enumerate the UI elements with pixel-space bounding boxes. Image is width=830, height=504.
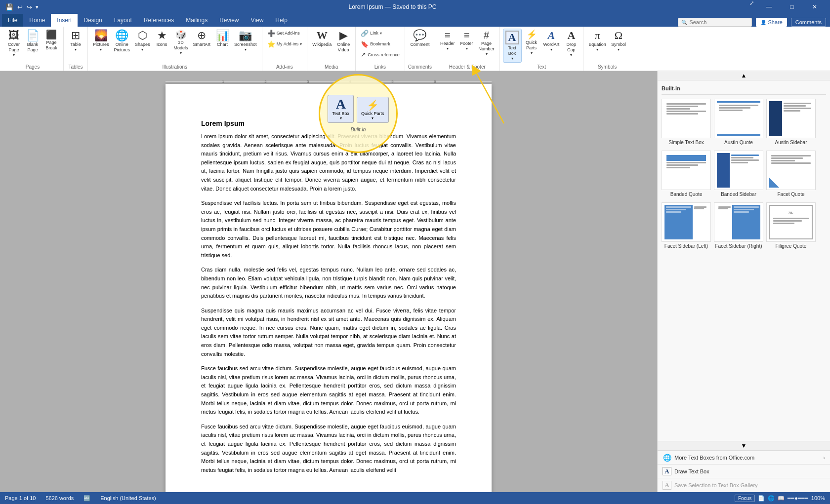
quick-parts-label: QuickParts bbox=[526, 40, 537, 51]
online-video-label: OnlineVideo bbox=[337, 42, 350, 53]
maximize-button[interactable]: □ bbox=[781, 0, 803, 14]
pictures-button[interactable]: 🌄 Pictures ▾ bbox=[91, 29, 111, 53]
undo-icon[interactable]: ↩ bbox=[16, 3, 24, 11]
page-number-button[interactable]: # PageNumber ▾ bbox=[477, 29, 497, 58]
facet-sidebar-left-item[interactable]: Facet Sidebar (Left) bbox=[662, 202, 711, 249]
minimize-button[interactable]: — bbox=[758, 0, 781, 14]
banded-sidebar-item[interactable]: Banded Sidebar bbox=[714, 151, 763, 197]
wordart-icon: A bbox=[548, 30, 555, 41]
links-buttons: 🔗 Link ▾ 🔖 Bookmark ↗ Cross-reference bbox=[359, 29, 402, 63]
tab-layout[interactable]: Layout bbox=[108, 14, 138, 27]
filigree-quote-thumb: ❧ bbox=[766, 202, 816, 242]
close-button[interactable]: ✕ bbox=[803, 0, 826, 14]
text-box-zoom-arrow: ▾ bbox=[340, 116, 342, 120]
customize-icon[interactable]: ▾ bbox=[35, 4, 40, 10]
cover-page-button[interactable]: 🖼 CoverPage ▾ bbox=[5, 29, 23, 59]
print-layout-icon[interactable]: 📄 bbox=[758, 495, 765, 502]
tables-group-label: Tables bbox=[69, 63, 83, 70]
zoom-highlight-circle: A Text Box ▾ ⚡ Quick Parts ▾ Built-in bbox=[319, 74, 398, 153]
drop-cap-label: DropCap bbox=[567, 42, 577, 53]
simple-text-box-thumb bbox=[662, 99, 711, 138]
equation-button[interactable]: π Equation ▾ bbox=[586, 29, 608, 53]
equation-arrow: ▾ bbox=[596, 47, 598, 52]
wordart-arrow: ▾ bbox=[550, 47, 552, 52]
addins-buttons: ➕ Get Add-ins ⭐ My Add-ins ▾ bbox=[265, 29, 304, 63]
tab-design[interactable]: Design bbox=[78, 14, 108, 27]
austin-quote-item[interactable]: Austin Quote bbox=[714, 99, 763, 146]
tab-mailings[interactable]: Mailings bbox=[180, 14, 213, 27]
zoom-slider[interactable]: ━━●━━━ bbox=[788, 495, 808, 502]
tab-file[interactable]: File bbox=[2, 14, 23, 27]
document-paragraph-2: Suspendisse vel facilisis lectus. In por… bbox=[201, 199, 456, 260]
more-text-boxes-item[interactable]: 🌐 More Text Boxes from Office.com › bbox=[658, 451, 830, 464]
comments-button[interactable]: Comments bbox=[791, 18, 826, 27]
get-add-ins-button[interactable]: ➕ Get Add-ins bbox=[265, 29, 302, 39]
symbol-button[interactable]: Ω Symbol ▾ bbox=[609, 29, 628, 53]
tab-view[interactable]: View bbox=[245, 14, 270, 27]
quick-parts-button[interactable]: ⚡ QuickParts ▾ bbox=[523, 29, 540, 57]
blank-page-button[interactable]: 📄 BlankPage bbox=[24, 29, 42, 54]
facet-quote-item[interactable]: Facet Quote bbox=[766, 151, 816, 197]
document-paragraph-3: Cras diam nulla, molestie sed felis vel,… bbox=[201, 266, 456, 300]
save-icon[interactable]: 💾 bbox=[4, 3, 15, 11]
online-video-button[interactable]: ▶ OnlineVideo bbox=[334, 29, 352, 54]
my-add-ins-label: My Add-ins bbox=[277, 41, 299, 47]
tables-buttons: ⊞ Table ▾ bbox=[67, 29, 84, 63]
shapes-button[interactable]: ⬡ Shapes ▾ bbox=[133, 29, 152, 53]
wikipedia-button[interactable]: W Wikipedia bbox=[310, 29, 333, 49]
ribbon-display-icon[interactable]: ⤢ bbox=[746, 0, 758, 14]
table-button[interactable]: ⊞ Table ▾ bbox=[67, 29, 84, 53]
facet-sidebar-right-label: Facet Sidebar (Right) bbox=[715, 243, 762, 249]
banded-quote-item[interactable]: Banded Quote bbox=[662, 151, 711, 197]
chart-button[interactable]: 📊 Chart bbox=[213, 29, 231, 49]
text-box-zoom-button[interactable]: A Text Box ▾ bbox=[328, 95, 354, 123]
footer-button[interactable]: ≡ Footer ▾ bbox=[458, 29, 476, 52]
read-mode-icon[interactable]: 📖 bbox=[778, 495, 785, 502]
my-add-ins-button[interactable]: ⭐ My Add-ins ▾ bbox=[265, 39, 304, 49]
text-box-icon: A bbox=[505, 31, 519, 44]
icons-button[interactable]: ★ Icons bbox=[153, 29, 171, 49]
drop-cap-button[interactable]: A DropCap ▾ bbox=[562, 29, 580, 59]
smartart-button[interactable]: ⊕ SmartArt bbox=[191, 29, 213, 49]
facet-sidebar-right-item[interactable]: Facet Sidebar (Right) bbox=[714, 202, 763, 249]
austin-sidebar-item[interactable]: Austin Sidebar bbox=[766, 99, 816, 146]
pictures-label: Pictures bbox=[93, 42, 109, 47]
3d-models-button[interactable]: 🎲 3DModels ▾ bbox=[172, 29, 190, 57]
page-break-button[interactable]: ⬛ PageBreak bbox=[42, 29, 60, 52]
austin-quote-label: Austin Quote bbox=[724, 140, 753, 146]
redo-icon[interactable]: ↪ bbox=[25, 3, 34, 11]
focus-button[interactable]: Focus bbox=[735, 495, 755, 502]
link-button[interactable]: 🔗 Link ▾ bbox=[359, 29, 384, 39]
wordart-button[interactable]: A WordArt ▾ bbox=[541, 29, 562, 53]
tab-home[interactable]: Home bbox=[23, 14, 51, 27]
panel-scroll-up[interactable]: ▲ bbox=[658, 71, 830, 80]
pages-group-label: Pages bbox=[26, 63, 40, 70]
web-layout-icon[interactable]: 🌐 bbox=[768, 495, 775, 502]
screenshot-button[interactable]: 📷 Screenshot ▾ bbox=[232, 29, 259, 53]
draw-text-box-item[interactable]: A Draw Text Box bbox=[658, 464, 830, 478]
panel-scroll-down[interactable]: ▼ bbox=[658, 441, 830, 451]
search-input[interactable] bbox=[689, 19, 748, 25]
online-pictures-button[interactable]: 🌐 OnlinePictures bbox=[112, 29, 132, 54]
quick-parts-zoom-button[interactable]: ⚡ Quick Parts ▾ bbox=[357, 97, 389, 123]
simple-text-box-item[interactable]: Simple Text Box bbox=[662, 99, 711, 146]
banded-quote-thumb bbox=[662, 151, 711, 190]
screenshot-label: Screenshot bbox=[234, 42, 257, 47]
tab-review[interactable]: Review bbox=[213, 14, 245, 27]
tab-references[interactable]: References bbox=[138, 14, 180, 27]
save-selection-item[interactable]: A Save Selection to Text Box Gallery bbox=[658, 478, 830, 492]
text-box-label: TextBox bbox=[508, 45, 516, 56]
icons-icon: ★ bbox=[157, 30, 167, 41]
filigree-quote-item[interactable]: ❧ Filigree Quote bbox=[766, 202, 816, 249]
document-paragraph-5: Fusce faucibus sed arcu vitae dictum. Su… bbox=[201, 364, 456, 417]
tab-help[interactable]: Help bbox=[269, 14, 293, 27]
cross-reference-button[interactable]: ↗ Cross-reference bbox=[359, 50, 402, 60]
equation-label: Equation bbox=[588, 42, 606, 47]
comment-button[interactable]: 💬 Comment bbox=[408, 29, 431, 49]
bookmark-button[interactable]: 🔖 Bookmark bbox=[359, 39, 392, 49]
page-break-label: PageBreak bbox=[45, 40, 57, 51]
tab-insert[interactable]: Insert bbox=[51, 14, 78, 27]
header-button[interactable]: ≡ Header ▾ bbox=[438, 29, 457, 52]
text-box-button[interactable]: A TextBox ▾ bbox=[503, 29, 522, 63]
share-button[interactable]: 👤 Share bbox=[756, 18, 787, 27]
